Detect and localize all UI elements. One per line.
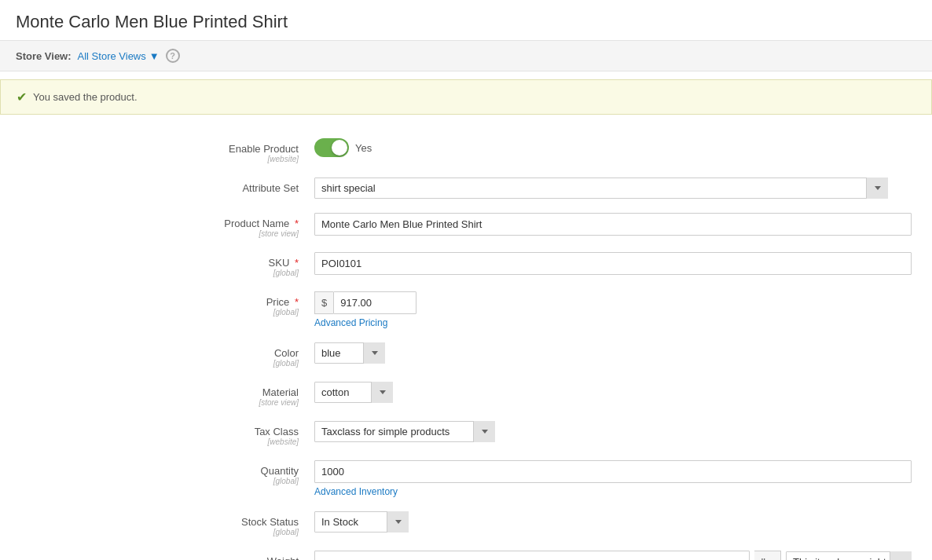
stock-status-input-col: In Stock Out of Stock: [314, 511, 912, 533]
material-select-wrapper: cotton polyester silk linen: [314, 382, 393, 403]
attribute-set-select-wrapper: shirt special Default: [314, 178, 888, 199]
tax-class-row: Tax Class [website] Taxclass for simple …: [0, 421, 916, 446]
store-view-select[interactable]: All Store Views ▼: [78, 50, 160, 62]
stock-status-select-wrapper: In Stock Out of Stock: [314, 511, 409, 533]
product-name-scope: [store view]: [16, 229, 299, 238]
quantity-row: Quantity [global] Advanced Inventory: [0, 460, 916, 497]
material-select[interactable]: cotton polyester silk linen: [314, 382, 393, 403]
sku-row: SKU * [global] POI0101: [0, 252, 916, 277]
weight-label: Weight: [267, 555, 299, 560]
success-message: You saved the product.: [33, 91, 138, 103]
weight-input[interactable]: [314, 551, 750, 560]
attribute-set-input-col: shirt special Default: [314, 178, 912, 199]
store-view-bar: Store View: All Store Views ▼ ?: [0, 41, 932, 71]
weight-type-select[interactable]: This item has weight This item has no we…: [786, 551, 912, 560]
price-symbol: $: [314, 291, 333, 314]
price-label: Price: [266, 296, 290, 308]
tax-class-label: Tax Class: [255, 426, 299, 437]
weight-row-content: lbs This item has weight This item has n…: [314, 551, 912, 560]
attribute-set-label-col: Attribute Set: [16, 178, 314, 194]
sku-label-col: SKU * [global]: [16, 252, 314, 277]
material-label: Material: [262, 386, 299, 398]
enable-product-scope: [website]: [16, 155, 299, 163]
stock-status-row: Stock Status [global] In Stock Out of St…: [0, 511, 916, 536]
sku-scope: [global]: [16, 269, 299, 277]
material-input-col: cotton polyester silk linen: [314, 382, 912, 403]
product-name-label-col: Product Name * [store view]: [16, 213, 314, 238]
tax-class-label-col: Tax Class [website]: [16, 421, 314, 446]
price-input[interactable]: [333, 291, 416, 314]
stock-status-label: Stock Status: [241, 516, 299, 528]
product-form: Enable Product [website] Yes Attribute S…: [0, 123, 932, 560]
enable-product-toggle-wrapper: Yes: [314, 138, 912, 157]
weight-unit: lbs: [754, 551, 781, 560]
weight-row: Weight [global] lbs This item has weight…: [0, 551, 916, 560]
color-input-col: blue red green white black: [314, 342, 912, 364]
color-scope: [global]: [16, 359, 299, 368]
tax-class-select-wrapper: Taxclass for simple products None Taxabl…: [314, 421, 495, 442]
weight-label-col: Weight [global]: [16, 551, 314, 560]
price-label-col: Price * [global]: [16, 291, 314, 317]
material-row: Material [store view] cotton polyester s…: [0, 382, 916, 407]
advanced-inventory-link[interactable]: Advanced Inventory: [314, 486, 912, 497]
quantity-scope: [global]: [16, 477, 299, 485]
price-required: *: [295, 296, 299, 308]
help-icon[interactable]: ?: [166, 49, 180, 63]
store-view-value: All Store Views: [78, 50, 146, 62]
success-check-icon: ✔: [17, 90, 27, 104]
store-view-label: Store View:: [16, 50, 72, 62]
attribute-set-label: Attribute Set: [242, 182, 299, 194]
success-banner: ✔ You saved the product.: [0, 79, 932, 115]
stock-status-label-col: Stock Status [global]: [16, 511, 314, 536]
weight-type-select-wrapper: This item has weight This item has no we…: [786, 551, 912, 560]
sku-input[interactable]: POI0101: [314, 252, 912, 275]
price-input-wrapper: $: [314, 291, 416, 314]
store-view-chevron-icon: ▼: [149, 50, 160, 62]
enable-product-row: Enable Product [website] Yes: [0, 138, 916, 163]
tax-class-input-col: Taxclass for simple products None Taxabl…: [314, 421, 912, 442]
toggle-thumb: [332, 140, 347, 156]
sku-label: SKU: [269, 257, 290, 269]
attribute-set-row: Attribute Set shirt special Default: [0, 178, 916, 199]
advanced-pricing-link[interactable]: Advanced Pricing: [314, 317, 912, 328]
product-name-row: Product Name * [store view] Monte Carlo …: [0, 213, 916, 238]
quantity-input[interactable]: [314, 460, 912, 483]
stock-status-scope: [global]: [16, 528, 299, 536]
enable-product-label: Enable Product: [229, 143, 299, 155]
color-select-wrapper: blue red green white black: [314, 342, 385, 364]
enable-product-label-col: Enable Product [website]: [16, 138, 314, 163]
color-label: Color: [274, 347, 299, 359]
material-scope: [store view]: [16, 398, 299, 407]
attribute-set-select[interactable]: shirt special Default: [314, 178, 888, 199]
sku-required: *: [295, 257, 299, 269]
product-name-input[interactable]: Monte Carlo Men Blue Printed Shirt: [314, 213, 912, 236]
stock-status-select[interactable]: In Stock Out of Stock: [314, 511, 409, 533]
product-name-required: *: [295, 218, 299, 229]
price-scope: [global]: [16, 308, 299, 317]
product-name-label: Product Name: [224, 218, 289, 229]
weight-input-col: lbs This item has weight This item has n…: [314, 551, 912, 560]
color-label-col: Color [global]: [16, 342, 314, 368]
product-name-input-col: Monte Carlo Men Blue Printed Shirt: [314, 213, 912, 236]
sku-input-col: POI0101: [314, 252, 912, 275]
quantity-label-col: Quantity [global]: [16, 460, 314, 485]
quantity-label: Quantity: [261, 465, 299, 477]
quantity-input-col: Advanced Inventory: [314, 460, 912, 497]
page-title: Monte Carlo Men Blue Printed Shirt: [0, 0, 932, 41]
tax-class-select[interactable]: Taxclass for simple products None Taxabl…: [314, 421, 495, 442]
price-row: Price * [global] $ Advanced Pricing: [0, 291, 916, 328]
color-select[interactable]: blue red green white black: [314, 342, 385, 364]
enable-product-toggle-label: Yes: [355, 142, 372, 154]
tax-class-scope: [website]: [16, 437, 299, 446]
material-label-col: Material [store view]: [16, 382, 314, 407]
price-input-col: $ Advanced Pricing: [314, 291, 912, 328]
enable-product-input-col: Yes: [314, 138, 912, 157]
enable-product-toggle[interactable]: [314, 138, 349, 157]
color-row: Color [global] blue red green white blac…: [0, 342, 916, 368]
